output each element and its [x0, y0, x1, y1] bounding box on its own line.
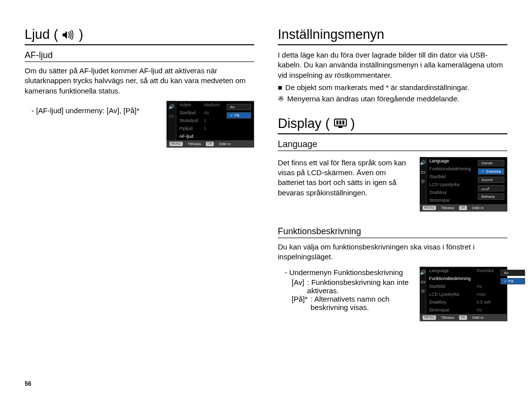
subheading-language: Language — [278, 139, 507, 151]
lcd-language: 🔊 ▭ ⚙ Language Funktionsbeskrivning Star… — [420, 157, 507, 212]
heading-ljud: Ljud ( ) — [25, 27, 254, 45]
lcd-row-value: 0.5 sek — [474, 298, 497, 306]
lcd-row-value: Medium — [201, 101, 223, 109]
lcd-option-selected: Svenska — [478, 168, 504, 175]
lcd-afljud: 🔊 ▭ VolymMedium StartljudAv Slutarljud1 … — [166, 101, 254, 148]
page-number: 56 — [25, 380, 31, 387]
display-tab-icon: ▭ — [169, 113, 173, 119]
lcd-set-label: Ställ in — [219, 142, 231, 146]
right-column: Inställningsmenyn I detta läge kan du fö… — [278, 27, 507, 321]
lcd-row-label: Slutarljud — [176, 117, 201, 124]
lcd-option: عربي — [478, 185, 504, 191]
lcd-row-label: Snabbvy — [427, 188, 474, 196]
afljud-submenu: - [AF-ljud] undermeny: [Av], [På]* — [32, 106, 160, 116]
subheading-funktionsbeskrivning: Funktionsbeskrivning — [278, 226, 507, 238]
lcd-footer: MENU Tillbaka OK Ställ in — [420, 204, 507, 212]
lcd-row-value: Av — [474, 306, 497, 314]
lcd-option-selected: På — [227, 112, 251, 119]
lcd-row-label: Strömspar — [426, 306, 474, 314]
ok-button-label: OK — [459, 206, 467, 210]
menu-button-label: MENU — [423, 206, 436, 210]
lcd-set-label: Ställ in — [472, 206, 484, 210]
option-text: : Funktionsbeskrivning kan inte aktivera… — [307, 278, 413, 295]
lcd-option: Av — [227, 104, 251, 110]
lcd-row-label: Pipljud — [176, 124, 201, 132]
lcd-icon-column: 🔊 ▭ ⚙ — [420, 267, 426, 314]
option-text: : Alternativets namn och beskrivning vis… — [311, 295, 413, 311]
lcd-row-label: Startbild — [426, 282, 474, 290]
lcd-option: Av — [500, 270, 525, 276]
svg-rect-1 — [336, 121, 338, 124]
display-tab-icon: ▭ — [421, 169, 425, 175]
intro-text: I detta läge kan du föra över lagrade bi… — [278, 50, 507, 80]
left-column: Ljud ( ) AF-ljud Om du sätter på AF-ljud… — [25, 27, 254, 321]
lcd-option-popup: Av På — [497, 267, 528, 314]
lcd-footer: MENU Tillbaka OK Ställ in — [166, 140, 254, 148]
lcd-back-label: Tillbaka — [188, 142, 201, 146]
heading-installningsmenyn: Inställningsmenyn — [278, 27, 507, 45]
lcd-row-label: Snabbvy — [426, 298, 474, 306]
lcd-option: Suomi — [478, 177, 504, 183]
lcd-back-label: Tillbaka — [441, 315, 454, 320]
display-tab-icon: ▭ — [421, 279, 425, 284]
lcd-row-label: Language — [426, 267, 474, 275]
subheading-afljud: AF-ljud — [25, 50, 254, 62]
lcd-row-label: Volym — [176, 101, 201, 109]
lcd-icon-column: 🔊 ▭ ⚙ — [420, 157, 427, 204]
sound-tab-icon: 🔊 — [168, 104, 174, 109]
lcd-option-popup: Dansk Svenska Suomi عربي Bahasa — [474, 157, 507, 204]
lcd-back-label: Tillbaka — [441, 206, 454, 210]
lcd-icon-column: 🔊 ▭ — [166, 101, 176, 140]
lcd-row-label: LCD Ljusstyrka — [426, 290, 474, 298]
paren-close: ) — [351, 116, 355, 131]
bullet-standard: ■ De objekt som markerats med * är stand… — [278, 83, 507, 92]
func-submenu: - Undermenyn Funktionsbeskrivning — [285, 268, 413, 278]
lcd-row-label: Funktionsbeskrivning — [426, 275, 474, 282]
settings-tab-icon: ⚙ — [421, 288, 425, 294]
lcd-row-label: AF-ljud — [176, 132, 201, 140]
sound-icon — [62, 30, 75, 40]
func-body: Du kan välja om funktionsbeskrivningen s… — [278, 242, 507, 262]
lcd-row-value: Av — [474, 282, 497, 290]
language-body: Det finns ett val för flera språk som ka… — [278, 158, 413, 198]
sound-tab-icon: 🔊 — [420, 270, 426, 275]
ok-button-label: OK — [206, 142, 214, 146]
settings-tab-icon: ⚙ — [421, 179, 425, 184]
lcd-row-value: 1 — [201, 117, 223, 124]
lcd-row-label: Funktionsbeskrivning — [427, 165, 474, 173]
afljud-body: Om du sätter på AF-ljudet kommer AF-ljud… — [25, 66, 254, 96]
square-bullet-icon: ■ — [278, 83, 282, 92]
reference-mark-icon: ※ — [278, 94, 284, 103]
lcd-row-label: Strömspar — [427, 196, 474, 204]
lcd-funktionsbeskrivning: 🔊 ▭ ⚙ LanguageSvenska Funktionsbeskrivni… — [420, 267, 507, 321]
option-label: [På]* — [292, 295, 308, 311]
bullet-text: Menyerna kan ändras utan föregående medd… — [287, 94, 459, 103]
lcd-option: Dansk — [478, 160, 504, 166]
lcd-row-value: 1 — [201, 124, 223, 132]
svg-rect-3 — [342, 121, 344, 124]
lcd-row-label: Language — [427, 157, 474, 165]
lcd-row-label: LCD Ljusstyrka — [427, 181, 474, 188]
lcd-row-label: Startljud — [176, 109, 201, 117]
lcd-option: Bahasa — [478, 193, 504, 200]
lcd-row-label: Startbild — [427, 173, 474, 181]
bullet-text: De objekt som markerats med * är standar… — [285, 83, 469, 92]
svg-rect-2 — [339, 121, 341, 124]
paren-open: ( — [326, 116, 330, 131]
lcd-row-value: Auto — [474, 290, 497, 298]
menu-button-label: MENU — [169, 142, 183, 146]
paren-close: ) — [79, 27, 83, 42]
func-option-pa: [På]* : Alternativets namn och beskrivni… — [292, 295, 413, 311]
heading-ljud-text: Ljud — [25, 27, 50, 42]
lcd-option-selected: På — [500, 278, 525, 284]
option-label: [Av] — [292, 278, 304, 295]
menu-button-label: MENU — [423, 315, 436, 320]
func-option-av: [Av] : Funktionsbeskrivning kan inte akt… — [292, 278, 413, 295]
svg-rect-4 — [338, 126, 342, 128]
display-icon — [334, 119, 347, 128]
lcd-option-popup: Av På — [223, 101, 254, 140]
sound-tab-icon: 🔊 — [420, 160, 426, 165]
lcd-row-value: Svenska — [474, 267, 497, 275]
ok-button-label: OK — [459, 315, 467, 320]
heading-display-text: Display — [278, 116, 322, 131]
